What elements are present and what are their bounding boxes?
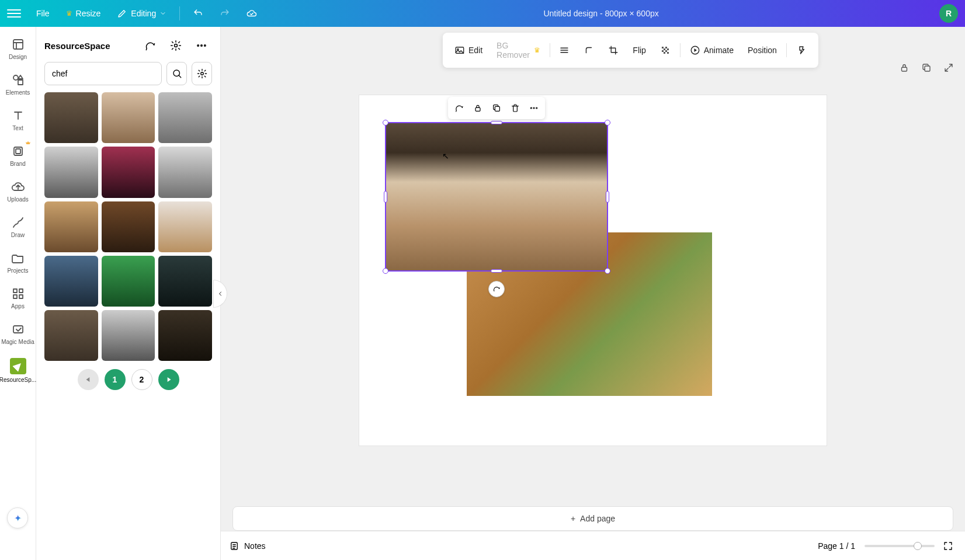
rail-uploads[interactable]: Uploads <box>0 174 36 208</box>
resize-handle-tl[interactable] <box>383 120 388 126</box>
lock-button[interactable] <box>896 60 912 76</box>
result-thumb[interactable] <box>44 310 98 361</box>
search-button[interactable] <box>166 62 187 85</box>
refresh-button[interactable] <box>140 35 161 56</box>
list-button[interactable] <box>553 40 575 60</box>
rail-projects[interactable]: Projects <box>0 245 36 280</box>
svg-rect-8 <box>19 295 23 298</box>
result-thumb[interactable] <box>102 310 155 361</box>
brand-icon <box>11 144 25 158</box>
result-thumb[interactable] <box>102 201 155 252</box>
rail-draw[interactable]: Draw <box>0 210 36 244</box>
sync-button[interactable] <box>450 99 468 117</box>
apps-icon <box>11 287 25 301</box>
svg-point-31 <box>530 107 532 109</box>
menu-button[interactable] <box>7 6 21 20</box>
design-icon <box>11 37 25 51</box>
result-thumb[interactable] <box>44 256 98 307</box>
edit-image-button[interactable]: Edit <box>449 40 488 60</box>
pager-page-2[interactable]: 2 <box>131 369 152 390</box>
resize-edge-top[interactable] <box>491 121 502 124</box>
panel-more-button[interactable] <box>191 35 212 56</box>
panel-settings-button[interactable] <box>165 35 186 56</box>
redo-button[interactable] <box>214 5 236 22</box>
rail-elements[interactable]: Elements <box>0 67 36 102</box>
svg-point-11 <box>197 45 199 47</box>
duplicate-page-button[interactable] <box>918 60 935 76</box>
result-thumb[interactable] <box>158 256 212 307</box>
result-thumb[interactable] <box>102 92 155 143</box>
resize-handle-br[interactable] <box>605 268 610 274</box>
rail-text[interactable]: Text <box>0 103 36 137</box>
rail-magic-media[interactable]: Magic Media <box>0 316 36 351</box>
crop-button[interactable] <box>602 40 624 60</box>
side-panel: ResourceSpace <box>36 27 221 560</box>
result-thumb[interactable] <box>158 201 212 252</box>
gear-icon <box>170 40 182 51</box>
corner-button[interactable] <box>578 40 600 60</box>
resize-handle-bl[interactable] <box>383 268 388 274</box>
result-thumb[interactable] <box>102 256 155 307</box>
rail-label: Projects <box>7 267 28 274</box>
svg-rect-18 <box>662 47 664 48</box>
resize-edge-left[interactable] <box>384 191 387 203</box>
resize-handle-tr[interactable] <box>605 120 610 126</box>
resize-button[interactable]: ♛ Resize <box>60 5 107 22</box>
result-thumb[interactable] <box>158 92 212 143</box>
editing-dropdown[interactable]: Editing <box>111 5 172 22</box>
canvas-image-chef-selected[interactable]: ↖ <box>385 122 608 272</box>
svg-point-32 <box>533 107 534 109</box>
more-element-button[interactable] <box>525 99 543 117</box>
lock-element-button[interactable] <box>469 99 487 117</box>
result-thumb[interactable] <box>158 310 212 361</box>
flip-button[interactable]: Flip <box>627 41 652 60</box>
separator <box>786 43 787 57</box>
rotate-icon <box>492 285 501 293</box>
result-thumb[interactable] <box>158 147 212 197</box>
lines-icon <box>559 45 570 55</box>
add-page-button[interactable]: + Add page <box>232 506 953 531</box>
copy-element-button[interactable] <box>488 99 505 117</box>
page-indicator[interactable]: Page 1 / 1 <box>818 541 855 551</box>
zoom-slider[interactable] <box>865 545 935 547</box>
canvas-page[interactable]: ↖ <box>359 95 827 446</box>
assistant-button[interactable]: ✦ <box>7 507 28 528</box>
rotate-handle[interactable] <box>488 281 505 297</box>
cloud-sync-button[interactable] <box>241 5 263 22</box>
svg-rect-6 <box>19 289 23 293</box>
crop-icon <box>608 45 619 55</box>
rail-apps[interactable]: Apps <box>0 281 36 315</box>
resize-edge-right[interactable] <box>606 191 609 203</box>
search-settings-button[interactable] <box>192 62 212 85</box>
search-input[interactable] <box>44 62 162 85</box>
position-button[interactable]: Position <box>742 41 783 60</box>
pager-page-1[interactable]: 1 <box>105 369 126 390</box>
rail-resourcespace[interactable]: ResourceSp... <box>0 352 36 389</box>
result-thumb[interactable] <box>44 147 98 197</box>
expand-button[interactable] <box>940 60 957 76</box>
sparkle-icon: ✦ <box>14 513 22 524</box>
transparency-button[interactable] <box>654 40 676 60</box>
result-thumb[interactable] <box>44 201 98 252</box>
notes-button[interactable]: Notes <box>229 541 266 551</box>
result-thumb[interactable] <box>102 147 155 197</box>
rail-label: Text <box>12 125 23 131</box>
zoom-knob[interactable] <box>914 542 922 550</box>
rail-brand[interactable]: Brand <box>0 138 36 173</box>
delete-element-button[interactable] <box>506 99 524 117</box>
pencil-icon <box>117 8 127 19</box>
pager-prev[interactable] <box>78 369 99 390</box>
rail-design[interactable]: Design <box>0 32 36 66</box>
fullscreen-button[interactable] <box>939 537 957 555</box>
document-title[interactable]: Untitled design - 800px × 600px <box>268 9 935 18</box>
file-menu[interactable]: File <box>30 5 55 22</box>
user-avatar[interactable]: R <box>939 4 958 23</box>
animate-button[interactable]: Animate <box>684 40 740 60</box>
result-thumb[interactable] <box>44 92 98 143</box>
bg-remover-button[interactable]: BG Remover ♛ <box>491 36 546 64</box>
resize-edge-bottom[interactable] <box>491 269 502 273</box>
info-button[interactable] <box>790 40 813 60</box>
svg-rect-25 <box>667 52 669 54</box>
undo-button[interactable] <box>187 5 209 22</box>
pager-next[interactable] <box>158 369 179 390</box>
